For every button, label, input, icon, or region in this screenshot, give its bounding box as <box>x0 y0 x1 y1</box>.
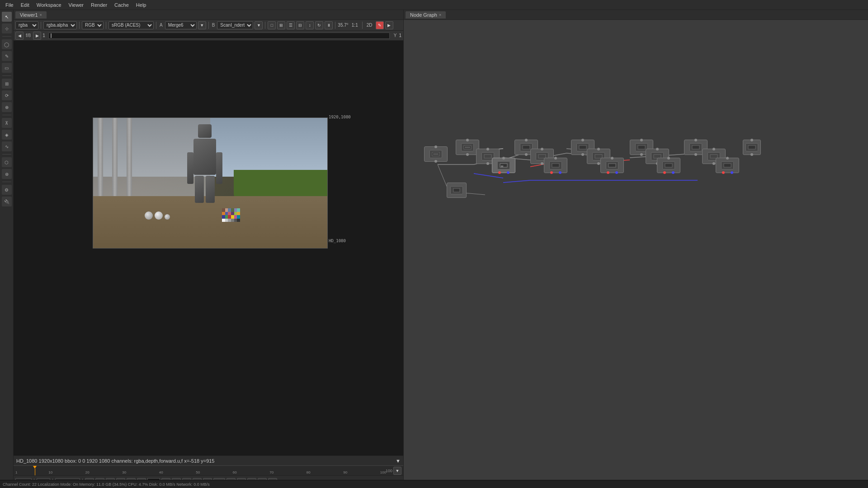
color-checker-cell <box>231 208 234 212</box>
node-merge-1[interactable]: M <box>492 158 515 173</box>
color-checker-cell <box>225 212 228 216</box>
node-right-2-input <box>712 148 715 150</box>
node-2-input <box>466 139 469 141</box>
menu-file[interactable]: File <box>2 1 17 9</box>
viewer-toolbar2: ◀ f/8 ▶ 1 Y 1 <box>14 31 403 41</box>
mode-display: 2D <box>365 23 374 28</box>
node-5-input <box>541 148 543 150</box>
node-merge-4-input <box>667 157 670 160</box>
timeline-expand[interactable]: ▼ <box>393 467 401 475</box>
viewer-canvas[interactable]: 1920,1080 HD_1080 <box>14 41 403 455</box>
node-merge-3[interactable] <box>600 158 624 173</box>
node-6-input <box>581 139 584 141</box>
compare-btn[interactable]: ⊟ <box>296 21 304 29</box>
tick-20: 20 <box>85 470 90 474</box>
overlay-btn[interactable]: ☰ <box>287 21 295 29</box>
node-graph-canvas[interactable]: M <box>404 20 868 488</box>
sep8 <box>362 22 363 29</box>
color-checker-cell <box>234 219 237 222</box>
flip-btn[interactable]: ↕ <box>306 21 314 29</box>
menu-workspace[interactable]: Workspace <box>33 1 65 9</box>
robot-arm-left <box>187 152 193 184</box>
a-menu-btn[interactable]: ▼ <box>198 21 206 29</box>
tool-select[interactable]: ⊹ <box>2 23 12 33</box>
menu-render[interactable]: Render <box>87 1 111 9</box>
node-right-1-output <box>694 153 697 156</box>
sep3 <box>106 22 106 29</box>
node-right-1-input <box>694 139 697 141</box>
view-options-btn[interactable]: □ <box>268 21 276 29</box>
menu-edit[interactable]: Edit <box>17 1 33 9</box>
viewer-tab-1[interactable]: Viewer1 × <box>15 11 47 19</box>
rotate-btn[interactable]: ↻ <box>315 21 323 29</box>
node-8-input <box>640 139 643 141</box>
channel-select[interactable]: rgbargbalpha <box>15 21 38 29</box>
menu-bar: File Edit Workspace Viewer Render Cache … <box>0 0 868 10</box>
tool-color[interactable]: ◈ <box>2 130 12 140</box>
viewer-status-expand[interactable]: ▼ <box>396 458 401 464</box>
node-graph-tab-bar: Node Graph × <box>404 10 868 20</box>
roi-btn[interactable]: ⊞ <box>277 21 285 29</box>
tool-settings[interactable]: ⚙ <box>2 185 12 195</box>
b-menu-btn[interactable]: ▼ <box>255 21 263 29</box>
pause-btn[interactable]: ⏸ <box>325 21 333 29</box>
node-right-1-icon <box>689 143 702 151</box>
view-settings-btn[interactable]: ▶ <box>385 21 393 29</box>
tool-node[interactable]: ⊞ <box>2 79 12 89</box>
tick-70: 70 <box>269 470 274 474</box>
node-graph-tab[interactable]: Node Graph × <box>406 11 446 19</box>
node-merge-1-red <box>498 171 501 174</box>
svg-rect-34 <box>638 145 645 149</box>
node-far-right[interactable] <box>743 140 761 155</box>
tool-eraser[interactable]: ▭ <box>2 63 12 73</box>
next-frame-btn[interactable]: ▶ <box>33 32 41 40</box>
svg-rect-37 <box>692 145 699 149</box>
node-merge-5[interactable] <box>716 158 739 173</box>
robot-leg-left <box>195 176 204 203</box>
sub-channel-select[interactable]: rgba.alpha <box>43 21 77 29</box>
color-checker-cell <box>228 219 231 222</box>
viewer-tab-close[interactable]: × <box>40 13 42 17</box>
pen-btn[interactable]: ✎ <box>376 21 384 29</box>
node-isolated[interactable] <box>447 183 467 198</box>
tool-roto[interactable]: ⟳ <box>2 90 12 100</box>
lut-select[interactable]: sRGB (ACES) <box>108 21 154 29</box>
svg-rect-30 <box>552 164 559 167</box>
menu-help[interactable]: Help <box>132 1 150 9</box>
node-1[interactable] <box>424 146 448 162</box>
tool-paint[interactable]: ✎ <box>2 51 12 61</box>
tool-track[interactable]: ⊕ <box>2 102 12 112</box>
tool-plugin[interactable]: 🔌 <box>2 197 12 206</box>
tool-globe[interactable]: ⊛ <box>2 169 12 179</box>
node-merge-4[interactable] <box>657 158 680 173</box>
b-input-select[interactable]: ScanI_ndert <box>217 21 253 29</box>
tool-3d[interactable]: ⬡ <box>2 157 12 167</box>
sep1 <box>41 22 41 29</box>
node-graph-tab-close[interactable]: × <box>439 13 441 17</box>
node-merge-2[interactable] <box>544 158 567 173</box>
node-9-input <box>656 148 659 150</box>
node-5-output <box>541 162 543 165</box>
tool-lasso[interactable]: ◯ <box>2 39 12 49</box>
menu-viewer[interactable]: Viewer <box>65 1 87 9</box>
robot-head <box>198 124 212 138</box>
tick-100: 100 <box>380 470 386 474</box>
column-3 <box>127 118 132 196</box>
tool-arrow[interactable]: ↖ <box>2 12 12 22</box>
toolbar-divider-3 <box>2 115 11 115</box>
a-input-select[interactable]: Merge6 <box>165 21 197 29</box>
node-merge-3-red <box>607 171 609 174</box>
node-7-output <box>597 162 600 165</box>
node-6-output <box>581 153 584 156</box>
y-coord: 1 <box>399 33 401 38</box>
tool-warp[interactable]: ⊼ <box>2 118 12 128</box>
timeline-ruler[interactable]: 1 10 20 30 40 50 60 70 80 90 100 100 ▼ <box>14 465 403 475</box>
node-isolated-icon <box>450 186 463 194</box>
color-model-select[interactable]: RGB <box>82 21 104 29</box>
menu-cache[interactable]: Cache <box>111 1 132 9</box>
frame-label: f/8 <box>25 33 32 38</box>
prev-frame-btn[interactable]: ◀ <box>15 32 24 40</box>
tick-90: 90 <box>343 470 347 474</box>
node-merge-4-blue <box>672 171 675 174</box>
tool-curve[interactable]: ∿ <box>2 141 12 151</box>
